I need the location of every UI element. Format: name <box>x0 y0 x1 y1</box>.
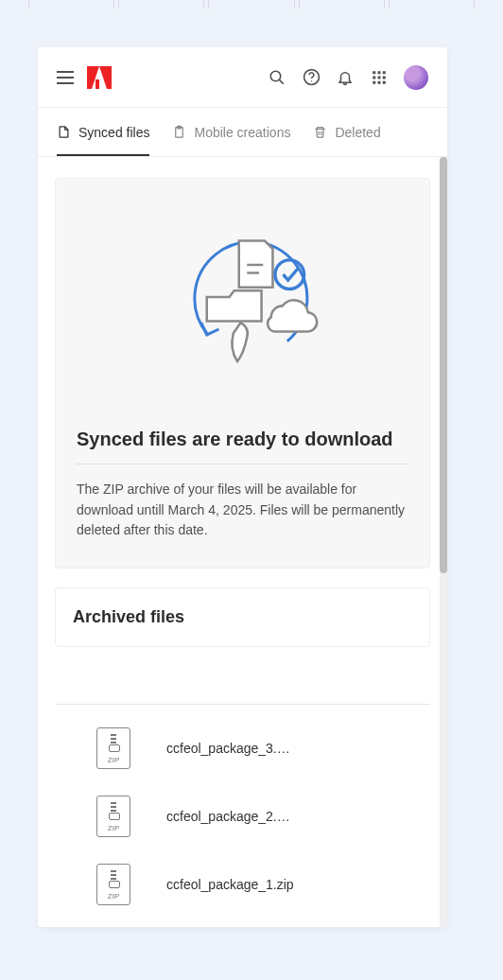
tabs: Synced files Mobile creations Deleted <box>38 108 447 157</box>
tab-deleted[interactable]: Deleted <box>313 108 380 156</box>
content-area: Synced files are ready to download The Z… <box>38 157 447 927</box>
svg-point-19 <box>275 260 304 289</box>
svg-rect-6 <box>383 71 386 74</box>
adobe-logo[interactable] <box>87 66 112 89</box>
tab-label: Deleted <box>335 125 380 140</box>
svg-rect-11 <box>378 80 381 83</box>
zip-file-icon: ZIP <box>96 727 130 769</box>
svg-rect-8 <box>378 76 381 79</box>
bell-icon[interactable] <box>328 61 362 95</box>
zip-file-icon: ZIP <box>96 796 130 837</box>
apps-icon[interactable] <box>362 61 396 95</box>
download-info-card: Synced files are ready to download The Z… <box>55 178 430 569</box>
search-icon[interactable] <box>260 61 294 95</box>
scrollbar-thumb[interactable] <box>440 157 447 573</box>
zip-file-icon: ZIP <box>96 864 130 905</box>
menu-icon[interactable] <box>57 71 74 84</box>
clipboard-icon <box>172 125 186 139</box>
app-window: Synced files Mobile creations Deleted <box>38 47 447 927</box>
svg-point-3 <box>310 80 311 81</box>
tab-label: Mobile creations <box>194 125 290 140</box>
tab-synced-files[interactable]: Synced files <box>57 108 149 156</box>
svg-rect-7 <box>373 76 375 79</box>
svg-rect-4 <box>373 71 375 74</box>
file-name: ccfeol_package_2.… <box>166 809 290 824</box>
info-card-title: Synced files are ready to download <box>77 429 408 450</box>
sync-illustration <box>56 179 429 406</box>
info-card-body: The ZIP archive of your files will be av… <box>77 480 408 541</box>
svg-line-1 <box>280 79 284 83</box>
trash-icon <box>313 125 327 139</box>
svg-rect-5 <box>378 71 381 74</box>
topbar <box>38 47 447 108</box>
svg-rect-9 <box>383 76 386 79</box>
file-list: ZIPccfeol_package_3.…ZIPccfeol_package_2… <box>55 714 430 919</box>
file-name: ccfeol_package_1.zip <box>166 877 294 892</box>
file-row[interactable]: ZIPccfeol_package_3.… <box>55 714 430 782</box>
help-icon[interactable] <box>294 61 328 95</box>
file-row[interactable]: ZIPccfeol_package_1.zip <box>55 850 430 919</box>
archived-files-header: Archived files <box>55 587 430 647</box>
file-icon <box>57 125 71 139</box>
file-name: ccfeol_package_3.… <box>166 741 290 756</box>
tab-label: Synced files <box>78 125 149 140</box>
tab-mobile-creations[interactable]: Mobile creations <box>172 108 290 156</box>
svg-rect-10 <box>373 80 375 83</box>
file-row[interactable]: ZIPccfeol_package_2.… <box>55 782 430 850</box>
avatar[interactable] <box>404 65 428 90</box>
svg-point-0 <box>270 71 281 81</box>
svg-rect-12 <box>383 80 386 83</box>
archived-files-title: Archived files <box>73 607 412 627</box>
